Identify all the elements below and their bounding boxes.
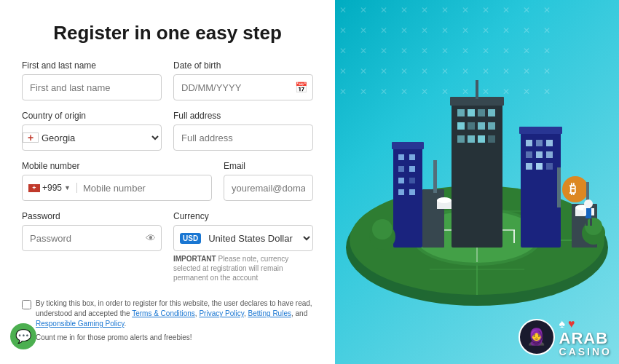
first-last-name-label: First and last name [22, 60, 162, 71]
password-group: Password 👁 [22, 211, 162, 282]
logo-casino: CASINO [559, 347, 612, 357]
svg-point-66 [372, 219, 393, 240]
logo-text: ARAB CASINO [559, 331, 612, 357]
svg-rect-48 [546, 151, 553, 158]
date-of-birth-input[interactable] [173, 74, 313, 100]
form-row-3: Mobile number +995 ▼ Email [22, 161, 313, 201]
registration-form-panel: Register in one easy step First and last… [0, 0, 335, 364]
svg-rect-74 [590, 218, 592, 226]
form-title: Register in one easy step [22, 22, 313, 44]
svg-rect-16 [393, 146, 422, 248]
responsible-gaming-link[interactable]: Responsible Gaming Policy [36, 320, 125, 328]
avatar-icon: 🧕 [527, 328, 546, 347]
phone-prefix-text: +995 [42, 183, 62, 193]
privacy-policy-link[interactable]: Privacy Policy [199, 309, 244, 317]
georgia-flag-icon [23, 132, 39, 143]
currency-label: Currency [173, 211, 313, 221]
chat-bubble-button[interactable]: 💬 [10, 323, 36, 349]
phone-prefix[interactable]: +995 ▼ [23, 183, 77, 193]
currency-select[interactable]: United States Dollar Euro British Pound [205, 232, 312, 245]
country-select[interactable]: Georgia United States United Kingdom [39, 132, 161, 144]
mobile-number-input[interactable] [77, 183, 211, 194]
phone-chevron-icon: ▼ [64, 184, 71, 191]
svg-rect-37 [457, 135, 465, 143]
city-illustration: ₿ [335, 15, 619, 364]
promo-checkbox-row: Count me in for those promo alerts and f… [22, 333, 313, 344]
svg-rect-31 [478, 109, 485, 116]
svg-text:₿: ₿ [569, 182, 576, 197]
full-address-input[interactable] [173, 124, 313, 151]
svg-rect-44 [536, 140, 543, 146]
svg-rect-40 [488, 135, 495, 143]
country-select-wrapper[interactable]: Georgia United States United Kingdom [22, 124, 162, 151]
email-group: Email [224, 161, 313, 201]
svg-rect-36 [488, 122, 495, 130]
arab-casino-logo: 🧕 ♠ ♥ ARAB CASINO [519, 317, 612, 357]
svg-point-61 [437, 197, 452, 203]
logo-arab: ARAB [559, 331, 612, 347]
svg-rect-70 [586, 208, 591, 218]
eye-icon[interactable]: 👁 [146, 232, 156, 244]
svg-rect-30 [468, 109, 475, 116]
svg-rect-46 [526, 151, 532, 158]
right-panel: ✕ [335, 0, 619, 364]
terms-label: By ticking this box, in order to registe… [36, 298, 313, 329]
svg-rect-19 [409, 154, 415, 160]
email-label: Email [224, 161, 313, 171]
logo-avatar: 🧕 [519, 319, 555, 355]
email-input[interactable] [224, 175, 313, 201]
svg-rect-73 [586, 218, 588, 226]
svg-rect-35 [478, 122, 485, 130]
form-row-2: Country of origin Georgia United States … [22, 111, 313, 151]
country-of-origin-label: Country of origin [22, 111, 162, 121]
svg-rect-39 [478, 135, 485, 143]
svg-rect-49 [526, 163, 532, 170]
svg-rect-51 [546, 163, 553, 170]
svg-rect-18 [398, 154, 404, 160]
svg-rect-50 [536, 163, 543, 170]
phone-input-wrapper: +995 ▼ [22, 175, 212, 201]
checkbox-area: By ticking this box, in order to registe… [22, 298, 313, 347]
svg-rect-32 [488, 109, 495, 116]
svg-rect-38 [468, 135, 475, 143]
currency-group: Currency USD United States Dollar Euro B… [173, 211, 313, 282]
form-row-4: Password 👁 Currency USD United States Do… [22, 211, 313, 282]
date-input-wrapper: 📅 [173, 74, 313, 100]
svg-rect-41 [521, 131, 561, 248]
terms-checkbox[interactable] [22, 300, 31, 309]
svg-point-69 [584, 199, 593, 208]
terms-link[interactable]: Terms & Conditions [132, 309, 195, 317]
svg-rect-45 [546, 140, 553, 146]
full-address-label: Full address [173, 111, 313, 121]
svg-rect-47 [536, 151, 543, 158]
svg-rect-42 [519, 127, 562, 134]
country-of-origin-group: Country of origin Georgia United States … [22, 111, 162, 151]
svg-rect-56 [433, 160, 437, 193]
first-last-name-input[interactable] [22, 74, 162, 100]
mobile-number-label: Mobile number [22, 161, 212, 171]
svg-rect-43 [526, 140, 532, 146]
date-of-birth-group: Date of birth 📅 [173, 60, 313, 100]
svg-rect-29 [457, 109, 465, 116]
svg-rect-57 [557, 167, 561, 207]
chat-icon: 💬 [15, 328, 31, 344]
first-last-name-group: First and last name [22, 60, 162, 100]
form-row-1: First and last name Date of birth 📅 [22, 60, 313, 100]
betting-rules-link[interactable]: Betting Rules [248, 309, 291, 317]
svg-rect-17 [392, 142, 424, 149]
date-of-birth-label: Date of birth [173, 60, 313, 71]
svg-rect-25 [409, 189, 415, 195]
svg-rect-13 [513, 230, 515, 243]
phone-flag-icon [28, 184, 40, 192]
password-input[interactable] [22, 225, 162, 251]
currency-select-wrapper[interactable]: USD United States Dollar Euro British Po… [173, 225, 313, 251]
background-image: ✕ [335, 0, 619, 364]
svg-rect-33 [457, 122, 465, 130]
svg-rect-34 [468, 122, 475, 130]
terms-checkbox-row: By ticking this box, in order to registe… [22, 298, 313, 329]
mobile-number-group: Mobile number +995 ▼ [22, 161, 212, 201]
svg-rect-72 [591, 208, 594, 215]
svg-rect-71 [583, 208, 586, 215]
password-input-wrapper: 👁 [22, 225, 162, 251]
svg-rect-22 [398, 178, 404, 183]
